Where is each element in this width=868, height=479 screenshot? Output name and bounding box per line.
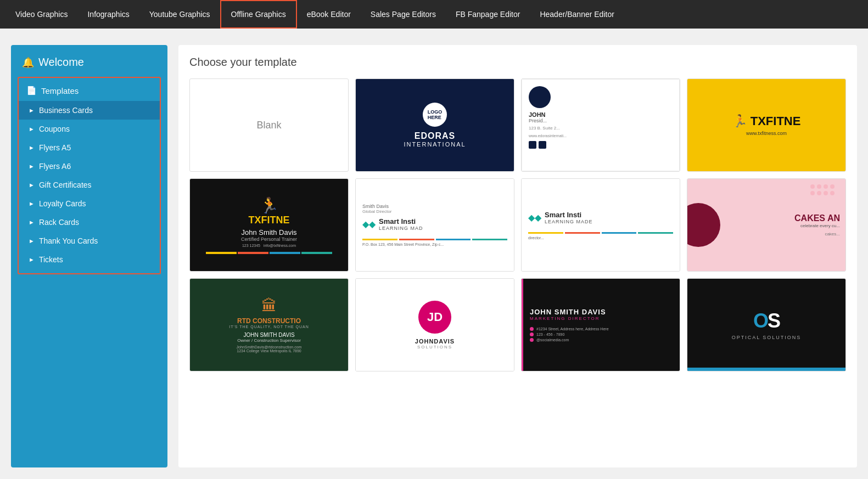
rtd-brand: RTD CONSTRUCTIO <box>237 317 301 325</box>
templates-header: 📄 Templates <box>19 82 160 101</box>
main-area: ➞ 🔔 Welcome 📄 Templates ►Business Cards►… <box>0 29 868 478</box>
jd-sub: SOLUTIONS <box>417 345 452 350</box>
jsd-row3: @socialmedia.com <box>530 338 569 342</box>
edoras-white-logo <box>529 86 551 108</box>
nav-item-sales-page-editors[interactable]: Sales Page Editors <box>361 0 446 29</box>
smart1-addr: P.O. Box 123, 456 Main Street Province, … <box>362 243 444 246</box>
rtd-tagline: IT'S THE QUALITY, NOT THE QUAN <box>229 325 309 329</box>
sidebar-item-loyalty-cards[interactable]: ►Loyalty Cards <box>19 194 160 213</box>
smart1-name: Smith Davis <box>362 204 389 209</box>
chevron-icon: ► <box>29 219 35 226</box>
nav-item-fb-fanpage-editor[interactable]: FB Fanpage Editor <box>446 0 530 29</box>
edoras-white-url: www.edorasinternati... <box>529 134 567 138</box>
sidebar-label-coupons: Coupons <box>39 125 70 133</box>
template-cakes[interactable]: CAKES AN celebrate every cu... cakes... <box>687 178 846 272</box>
os-logo: OS <box>753 309 780 333</box>
chevron-icon: ► <box>29 200 35 207</box>
sidebar-item-gift-certificates[interactable]: ►Gift Certificates <box>19 176 160 194</box>
smart1-sub: LEARNING MAD <box>379 226 423 231</box>
nav-item-offline-graphics[interactable]: Offline Graphics <box>220 0 297 29</box>
template-grid: Blank LOGOHERE EDORAS INTERNATIONAL JOHN <box>189 78 846 371</box>
sidebar-label-business-cards: Business Cards <box>39 106 93 115</box>
content-area: Choose your template Blank LOGOHERE EDOR… <box>178 45 857 467</box>
chevron-icon: ► <box>29 163 35 170</box>
txfit-dark-brand: TXFITNE <box>249 215 290 226</box>
edoras-title: EDORAS <box>415 131 455 141</box>
smart1-brand: Smart Insti <box>379 217 423 226</box>
templates-label: Templates <box>41 86 79 95</box>
template-blank[interactable]: Blank <box>189 78 349 172</box>
rtd-addr: 1234 College View Metropolis IL 7890 <box>237 349 301 353</box>
os-brand: OPTICAL SOLUTIONS <box>732 335 802 340</box>
sidebar: ➞ 🔔 Welcome 📄 Templates ►Business Cards►… <box>11 45 167 467</box>
sidebar-label-loyalty-cards: Loyalty Cards <box>39 199 86 208</box>
bell-icon: 🔔 <box>22 57 34 69</box>
txfit-yellow-brand: 🏃 TXFITNE <box>732 114 801 128</box>
jsd-row2: 123 - 456 - 7890 <box>530 333 564 336</box>
os-bottom-bar <box>687 368 845 371</box>
smart2-brand: Smart Insti <box>545 211 593 219</box>
template-jsd-magenta[interactable]: JOHN SMITH DAVIS MARKETING DIRECTOR #123… <box>521 278 680 371</box>
jd-initials: JD <box>418 301 451 334</box>
nav-item-infographics[interactable]: Infographics <box>77 0 139 29</box>
jsd-social: @socialmedia.com <box>536 338 569 342</box>
sidebar-item-tickets[interactable]: ►Tickets <box>19 250 160 269</box>
sidebar-label-tickets: Tickets <box>39 255 63 264</box>
smart2-addr: director... <box>528 236 544 240</box>
cakes-footer: cakes... <box>794 232 840 236</box>
template-edoras-white[interactable]: JOHN Presid... 123 B. Suite 2... www.edo… <box>521 78 680 172</box>
nav-item-header-banner-editor[interactable]: Header/Banner Editor <box>530 0 624 29</box>
template-smart2[interactable]: ◆◆ Smart Insti LEARNING MADE <box>521 178 680 272</box>
cakes-dots <box>810 184 835 195</box>
jsd-title: MARKETING DIRECTOR <box>530 316 600 321</box>
chevron-icon: ► <box>29 144 35 151</box>
template-johndavis[interactable]: JD JOHNDAVIS SOLUTIONS <box>355 278 514 371</box>
jsd-name: JOHN SMITH DAVIS <box>530 308 606 316</box>
edoras-white-name: JOHN <box>529 111 546 118</box>
jsd-row1: #1234 Street, Address here, Address Here <box>530 327 609 331</box>
edoras-logo: LOGOHERE <box>423 103 447 127</box>
nav-item-youtube-graphics[interactable]: Youtube Graphics <box>139 0 220 29</box>
sidebar-item-rack-cards[interactable]: ►Rack Cards <box>19 213 160 232</box>
chevron-icon: ► <box>29 238 35 244</box>
template-txfitness-dark[interactable]: 🏃 TXFITNE John Smith Davis Certified Per… <box>189 178 349 272</box>
rtd-name: JOHN SMITH DAVIS <box>243 332 294 338</box>
chevron-icon: ► <box>29 107 35 114</box>
rtd-role: Owner / Construction Supervisor <box>237 338 301 343</box>
txfit-dark-contact: 123 12345 info@txfitness.com <box>242 244 296 247</box>
txfit-dark-role: Certified Personal Trainer <box>241 236 297 242</box>
cakes-text-area: CAKES AN celebrate every cu... cakes... <box>794 213 840 236</box>
nav-item-video-graphics[interactable]: Video Graphics <box>5 0 77 29</box>
rtd-email: JohnSmithDavis@rtdconstruction.com <box>237 345 302 349</box>
sidebar-item-thank-you-cards[interactable]: ►Thank You Cards <box>19 232 160 250</box>
sidebar-label-thank-you-cards: Thank You Cards <box>39 236 98 245</box>
txfit-dark-figure: 🏃 <box>260 196 279 215</box>
edoras-white-title: Presid... <box>529 118 547 123</box>
sidebar-welcome: 🔔 Welcome <box>11 45 167 77</box>
navbar: Video GraphicsInfographicsYoutube Graphi… <box>0 0 868 29</box>
cakes-sub: celebrate every cu... <box>794 223 840 228</box>
txfit-dark-bars <box>206 252 332 254</box>
jsd-phone: 123 - 456 - 7890 <box>536 333 564 336</box>
smart1-logo: ◆◆ Smart Insti LEARNING MAD <box>362 217 423 231</box>
sidebar-item-coupons[interactable]: ►Coupons <box>19 120 160 138</box>
chevron-icon: ► <box>29 126 35 132</box>
template-rtd[interactable]: 🏛 RTD CONSTRUCTIO IT'S THE QUALITY, NOT … <box>189 278 349 371</box>
jd-brand: JOHNDAVIS <box>415 338 455 345</box>
sidebar-item-business-cards[interactable]: ►Business Cards <box>19 101 160 120</box>
nav-item-ebook-editor[interactable]: eBook Editor <box>297 0 361 29</box>
template-edoras-dark[interactable]: LOGOHERE EDORAS INTERNATIONAL <box>355 78 514 172</box>
sidebar-item-flyers-a5[interactable]: ►Flyers A5 <box>19 138 160 157</box>
sidebar-item-flyers-a6[interactable]: ►Flyers A6 <box>19 157 160 176</box>
edoras-sub: INTERNATIONAL <box>404 141 466 148</box>
template-smart1[interactable]: Smith Davis Global Director ◆◆ Smart Ins… <box>355 178 514 272</box>
smart2-sub: LEARNING MADE <box>545 219 593 224</box>
template-os[interactable]: OS OPTICAL SOLUTIONS <box>687 278 846 371</box>
chevron-icon: ► <box>29 182 35 188</box>
template-txfitness-yellow[interactable]: 🏃 TXFITNE www.txfitness.com <box>687 78 846 172</box>
cakes-circle <box>687 203 720 247</box>
welcome-label: Welcome <box>38 56 84 69</box>
txfit-dark-name: John Smith Davis <box>241 228 296 236</box>
smart2-logo: ◆◆ Smart Insti LEARNING MADE <box>528 211 593 224</box>
txfit-yellow-site: www.txfitness.com <box>746 131 787 136</box>
